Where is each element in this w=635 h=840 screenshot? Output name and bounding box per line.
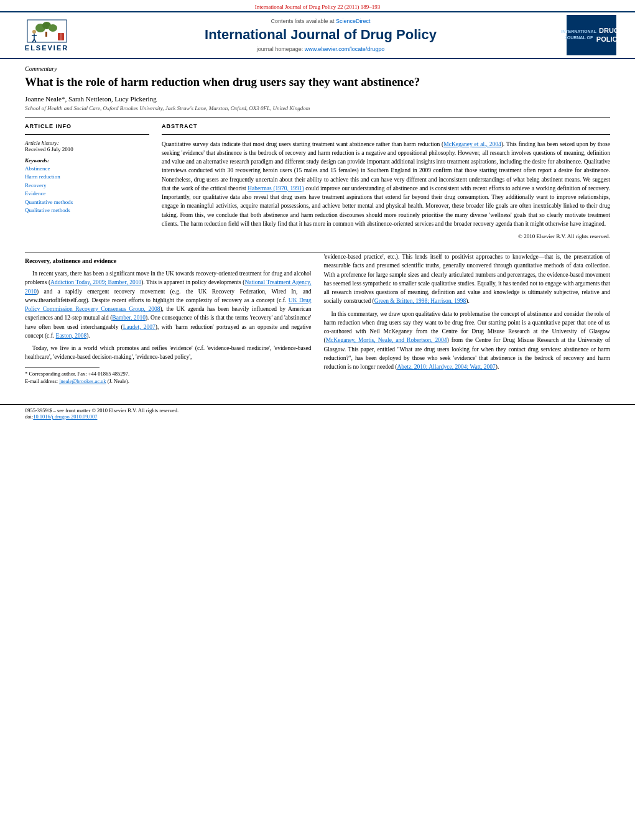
ref-ukdpc[interactable]: UK Drug Policy Commission Recovery Conse… [25, 297, 312, 312]
divider-ab [162, 134, 610, 135]
keyword-evidence[interactable]: Evidence [25, 190, 149, 198]
contents-line: Contents lists available at ScienceDirec… [81, 18, 560, 24]
keywords-label: Keywords: [25, 157, 149, 164]
keywords-list: Abstinence Harm reduction Recovery Evide… [25, 165, 149, 215]
divider-ai [25, 134, 149, 135]
body-right-col: 'evidence-based practice', etc.). This l… [324, 252, 611, 385]
sciencedirect-link[interactable]: ScienceDirect [336, 18, 371, 24]
journal-citation: International Journal of Drug Policy 22 … [255, 4, 380, 10]
body-left-col: Recovery, abstinence and evidence In rec… [25, 252, 312, 385]
svg-rect-5 [45, 32, 47, 37]
journal-header: ELSEVIER Contents lists available at Sci… [0, 11, 635, 59]
contents-text: Contents lists available at [271, 18, 336, 24]
body-two-col: Recovery, abstinence and evidence In rec… [25, 252, 610, 385]
divider-1 [25, 118, 610, 118]
elsevier-logo: ELSEVIER [19, 18, 75, 52]
article-title: What is the role of harm reduction when … [25, 75, 610, 90]
footnote-corresponding: * Corresponding author. Fax: +44 01865 4… [25, 370, 312, 378]
elsevier-tree-icon [27, 19, 67, 43]
footer-issn: 0955-3959/$ – see front matter © 2010 El… [25, 407, 610, 413]
footer-doi: doi:10.1016/j.drugpo.2010.09.007 [25, 413, 610, 420]
history-label: Article history: [25, 140, 149, 146]
footer-bar: 0955-3959/$ – see front matter © 2010 El… [0, 404, 635, 422]
abstract-col: ABSTRACT Quantitative survey data indica… [162, 123, 610, 240]
ref-easton[interactable]: Easton, 2008 [56, 333, 87, 339]
ref-green-britten[interactable]: Green & Britten, 1998; Harrison, 1998 [374, 298, 466, 304]
ref-mckeganey-morris[interactable]: McKeganey, Mortis, Neale, and Robertson,… [326, 337, 447, 343]
journal-title: International Journal of Drug Policy [81, 27, 560, 43]
keyword-qualitative[interactable]: Qualitative methods [25, 206, 149, 215]
homepage-text: journal homepage: [257, 46, 305, 52]
affiliation: School of Health and Social Care, Oxford… [25, 105, 610, 111]
abstract-label: ABSTRACT [162, 123, 610, 129]
abstract-text: Quantitative survey data indicate that m… [162, 140, 610, 229]
journal-homepage: journal homepage: www.elsevier.com/locat… [81, 46, 560, 52]
page: International Journal of Drug Policy 22 … [0, 0, 635, 840]
footnote-divider [25, 367, 100, 367]
article-info: ARTICLE INFO Article history: Received 6… [25, 123, 149, 240]
body-para-2: Today, we live in a world which promotes… [25, 344, 312, 362]
drug-policy-logo: INTERNATIONAL JOURNAL OF DRUGPOLICY [567, 15, 616, 55]
svg-point-6 [32, 30, 36, 34]
mortis-word: Mortis [358, 337, 374, 343]
article-type: Commentary [25, 65, 610, 72]
doi-link[interactable]: 10.1016/j.drugpo.2010.09.007 [33, 413, 97, 420]
top-banner: International Journal of Drug Policy 22 … [0, 0, 635, 11]
authors: Joanne Neale*, Sarah Nettleton, Lucy Pic… [25, 95, 610, 103]
section-heading-recovery: Recovery, abstinence and evidence [25, 256, 312, 265]
svg-point-4 [49, 24, 57, 32]
about-word: about [279, 177, 292, 183]
ref-laudet[interactable]: Laudet, 2007 [123, 324, 155, 330]
keyword-abstinence[interactable]: Abstinence [25, 165, 149, 173]
ref-abetz[interactable]: Abetz, 2010; Allardyce, 2004; Watt, 2007 [397, 364, 495, 370]
journal-center: Contents lists available at ScienceDirec… [75, 18, 567, 52]
article-content: Commentary What is the role of harm redu… [0, 59, 635, 252]
ref-bamber-2010[interactable]: Bamber, 2010 [112, 315, 146, 321]
homepage-url[interactable]: www.elsevier.com/locate/drugpo [305, 46, 385, 52]
keyword-harm-reduction[interactable]: Harm reduction [25, 173, 149, 182]
body-para-3: 'evidence-based practice', etc.). This l… [324, 252, 611, 306]
received-date: Received 6 July 2010 [25, 146, 149, 152]
copyright: © 2010 Elsevier B.V. All rights reserved… [162, 233, 610, 239]
article-two-col: ARTICLE INFO Article history: Received 6… [25, 123, 610, 240]
ref-mckeganey-2004[interactable]: McKeganey et al., 2004 [443, 141, 501, 147]
body-para-1: In recent years, there has been a signif… [25, 269, 312, 340]
body-content: Recovery, abstinence and evidence In rec… [0, 252, 635, 398]
keyword-recovery[interactable]: Recovery [25, 182, 149, 190]
elsevier-label: ELSEVIER [25, 44, 68, 52]
ref-habermas[interactable]: Habermas (1970, 1991) [248, 185, 304, 192]
footnote-email-link[interactable]: jneale@brookes.ac.uk [59, 378, 106, 384]
article-info-label: ARTICLE INFO [25, 123, 149, 129]
footnote-email: E-mail address: jneale@brookes.ac.uk (J.… [25, 377, 312, 385]
ref-addiction-today[interactable]: Addiction Today, 2009; Bamber, 2010 [50, 279, 141, 285]
body-para-4: In this commentary, we draw upon qualita… [324, 310, 611, 372]
keyword-quantitative[interactable]: Quantitative methods [25, 198, 149, 207]
